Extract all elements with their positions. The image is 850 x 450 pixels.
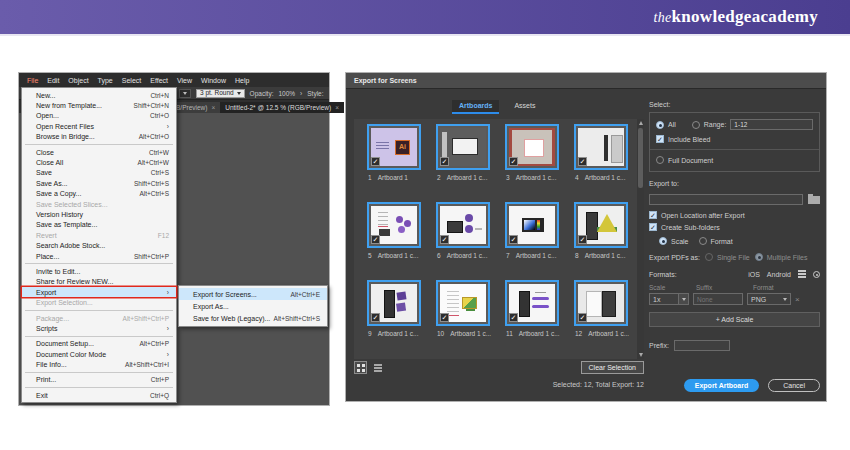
list-menu-icon[interactable] [798,273,806,275]
menu-item-export[interactable]: Export› [22,287,176,297]
artboard-thumbnail[interactable]: ✓ [367,280,421,326]
menubar-effect[interactable]: Effect [150,77,168,84]
menu-item-share-for-review-new[interactable]: Share for Review NEW... [22,277,176,287]
brush-dropdown[interactable]: 3 pt. Round [196,89,245,98]
artboard-checkbox[interactable]: ✓ [578,235,587,244]
menu-item-save-as-template[interactable]: Save as Template... [22,220,176,230]
artboard-thumbnail[interactable]: ✓ [367,124,421,170]
artboard-card-11[interactable]: ✓11Artboard 1 c... [501,280,563,358]
export-path-input[interactable] [649,194,803,205]
all-radio[interactable] [656,121,664,129]
include-bleed-checkbox[interactable] [656,135,664,143]
artboard-checkbox[interactable]: ✓ [578,157,587,166]
scrollbar[interactable] [637,119,644,359]
menu-item-save-a-copy[interactable]: Save a Copy...Alt+Ctrl+S [22,189,176,199]
artboard-thumbnail[interactable]: ✓ [574,280,628,326]
menubar-view[interactable]: View [177,77,192,84]
menu-item-invite-to-edit[interactable]: Invite to Edit... [22,266,176,276]
tab-artboards[interactable]: Artboards [452,100,499,114]
artboard-thumbnail[interactable]: ✓ [505,124,559,170]
remove-format-icon[interactable]: × [795,295,800,304]
menubar-file[interactable]: File [27,77,38,84]
android-preset-link[interactable]: Android [767,271,791,278]
menu-item-open-recent-files[interactable]: Open Recent Files› [22,121,176,131]
menu-item-close-all[interactable]: Close AllAlt+Ctrl+W [22,157,176,167]
menubar-object[interactable]: Object [68,77,88,84]
open-location-checkbox[interactable] [649,211,657,219]
artboard-checkbox[interactable]: ✓ [578,313,587,322]
menu-item-search-adobe-stock[interactable]: Search Adobe Stock... [22,240,176,250]
artboard-card-10[interactable]: ✓10Artboard 1 c... [432,280,494,358]
artboard-card-7[interactable]: ✓7Artboard 1 c... [501,202,563,280]
menu-item-exit[interactable]: ExitCtrl+Q [22,390,176,400]
artboard-checkbox[interactable]: ✓ [440,157,449,166]
artboard-thumbnail[interactable]: ✓ [436,280,490,326]
menu-item-file-info[interactable]: File Info...Alt+Shift+Ctrl+I [22,359,176,369]
add-scale-button[interactable]: + Add Scale [649,312,820,327]
menu-item-browse-in-bridge[interactable]: Browse in Bridge...Alt+Ctrl+O [22,132,176,142]
artboard-checkbox[interactable]: ✓ [371,313,380,322]
folder-icon[interactable] [808,196,820,204]
menu-item-print[interactable]: Print...Ctrl+P [22,375,176,385]
menu-item-scripts[interactable]: Scripts› [22,323,176,333]
artboard-card-9[interactable]: ✓9Artboard 1 c... [363,280,425,358]
opacity-value[interactable]: 100% [278,90,295,97]
ios-preset-link[interactable]: iOS [748,271,760,278]
suffix-input[interactable] [693,293,743,305]
grid-view-icon[interactable] [354,361,367,374]
format-select[interactable]: PNG [747,293,791,305]
artboard-checkbox[interactable]: ✓ [509,235,518,244]
close-icon[interactable]: × [211,104,215,111]
scroll-down-icon[interactable] [639,353,643,357]
menu-item-close[interactable]: CloseCtrl+W [22,147,176,157]
submenu-item-save-for-web-legacy[interactable]: Save for Web (Legacy)...Alt+Shift+Ctrl+S [179,312,327,324]
artboard-thumbnail[interactable]: ✓ [574,202,628,248]
menubar-help[interactable]: Help [235,77,249,84]
chevron-right-icon[interactable]: › [300,90,302,97]
menu-item-place[interactable]: Place...Shift+Ctrl+P [22,251,176,261]
artboard-card-8[interactable]: ✓8Artboard 1 c... [570,202,632,280]
artboard-thumbnail[interactable]: ✓ [574,124,628,170]
artboard-checkbox[interactable]: ✓ [509,157,518,166]
range-radio[interactable] [692,121,700,129]
artboard-thumbnail[interactable]: ✓ [505,202,559,248]
menu-item-new[interactable]: New...Ctrl+N [22,90,176,100]
full-document-radio[interactable] [656,156,664,164]
scale-radio[interactable] [659,237,667,245]
artboard-checkbox[interactable]: ✓ [440,313,449,322]
menubar-edit[interactable]: Edit [47,77,59,84]
artboard-card-12[interactable]: ✓12Artboard 1 c... [570,280,632,358]
artboard-card-3[interactable]: ✓3Artboard 1 c... [501,124,563,202]
artboard-checkbox[interactable]: ✓ [371,235,380,244]
artboard-thumbnail[interactable]: ✓ [436,124,490,170]
chevron-down-icon[interactable] [679,293,689,305]
artboard-thumbnail[interactable]: ✓ [505,280,559,326]
create-subfolders-checkbox[interactable] [649,223,657,231]
menubar-window[interactable]: Window [201,77,226,84]
document-tab-active[interactable]: Untitled-2* @ 12.5 % (RGB/Preview) × [220,102,344,113]
close-icon[interactable]: × [335,104,339,111]
cancel-button[interactable]: Cancel [768,379,820,392]
artboard-card-4[interactable]: ✓4Artboard 1 c... [570,124,632,202]
document-tab-background[interactable]: B/Preview) × [171,102,220,113]
artboard-checkbox[interactable]: ✓ [371,157,380,166]
list-view-icon[interactable] [371,361,384,374]
brush-dropdown-stub[interactable] [179,89,191,98]
clear-selection-button[interactable]: Clear Selection [581,361,644,374]
menu-item-open[interactable]: Open...Ctrl+O [22,111,176,121]
artboard-checkbox[interactable]: ✓ [440,235,449,244]
menubar-select[interactable]: Select [122,77,141,84]
menu-item-document-color-mode[interactable]: Document Color Mode› [22,349,176,359]
menu-item-version-history[interactable]: Version History [22,209,176,219]
menu-item-new-from-template[interactable]: New from Template...Shift+Ctrl+N [22,100,176,110]
artboard-card-1[interactable]: ✓1Artboard 1 [363,124,425,202]
menu-item-save-as[interactable]: Save As...Shift+Ctrl+S [22,178,176,188]
scale-select[interactable]: 1x [649,293,689,305]
menubar-type[interactable]: Type [98,77,113,84]
submenu-item-export-as[interactable]: Export As... [179,300,327,312]
scroll-up-icon[interactable] [639,121,643,125]
menu-item-save[interactable]: SaveCtrl+S [22,168,176,178]
export-artboard-button[interactable]: Export Artboard [684,379,759,392]
range-input[interactable] [730,119,813,130]
gear-icon[interactable] [813,271,820,278]
